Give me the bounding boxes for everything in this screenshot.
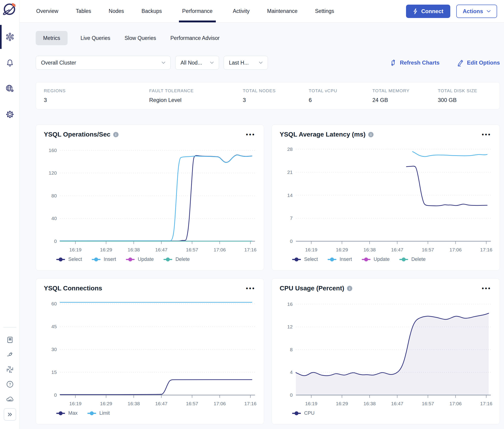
chart-menu-button[interactable]: •••: [246, 132, 257, 137]
info-icon[interactable]: i: [347, 286, 352, 291]
tab-activity[interactable]: Activity: [232, 0, 250, 22]
subtab-slow-queries[interactable]: Slow Queries: [123, 31, 158, 45]
stat-value: Region Level: [149, 97, 243, 103]
legend-item-insert[interactable]: Insert: [92, 257, 116, 262]
sidebar-item-network[interactable]: [0, 76, 20, 101]
double-chevron-right-icon: [7, 411, 13, 418]
subtab-performance-advisor[interactable]: Performance Advisor: [169, 31, 221, 45]
legend-label: Insert: [104, 257, 116, 262]
svg-text:17:16: 17:16: [244, 247, 256, 252]
info-icon[interactable]: i: [113, 132, 118, 137]
legend-label: Max: [68, 410, 78, 416]
svg-text:16:38: 16:38: [363, 247, 376, 252]
cluster-stats-card: REGIONS 3 FAULT TOLERANCE Region Level T…: [36, 82, 500, 109]
legend-item-select[interactable]: Select: [56, 257, 82, 262]
connect-button[interactable]: Connect: [406, 5, 450, 18]
nodes-select[interactable]: All Nod...: [175, 56, 219, 70]
sidebar: ?: [0, 0, 20, 429]
legend-item-update[interactable]: Update: [362, 257, 390, 262]
status-button[interactable]: [4, 393, 16, 404]
svg-text:120: 120: [49, 170, 57, 176]
lightning-icon: [413, 8, 418, 14]
tab-settings[interactable]: Settings: [314, 0, 335, 22]
legend-item-delete[interactable]: Delete: [163, 257, 190, 262]
svg-text:17:06: 17:06: [213, 247, 226, 252]
chevron-down-icon: [162, 62, 165, 64]
time-range-select[interactable]: Last H...: [224, 56, 268, 70]
cluster-select[interactable]: Overall Cluster: [36, 56, 171, 70]
tab-tables[interactable]: Tables: [75, 0, 91, 22]
svg-text:16:38: 16:38: [363, 401, 376, 406]
legend-item-update[interactable]: Update: [126, 257, 154, 262]
chart-menu-button[interactable]: •••: [482, 132, 493, 137]
chart-legend: SelectInsertUpdateDelete: [292, 257, 493, 262]
tab-performance[interactable]: Performance: [179, 0, 216, 22]
cpu-usage-chart[interactable]: 048121616:1916:2916:3816:4716:5717:0617:…: [280, 293, 493, 409]
ysql-latency-chart[interactable]: 0714212816:1916:2916:3816:4716:5717:0617…: [280, 139, 493, 255]
svg-text:28: 28: [287, 146, 293, 152]
sidebar-item-clusters[interactable]: [0, 24, 20, 50]
pencil-icon: [457, 59, 464, 66]
tab-backups[interactable]: Backups: [141, 0, 162, 22]
chevron-down-icon: [259, 62, 263, 64]
sidebar-expand-button[interactable]: [4, 408, 16, 421]
svg-text:40: 40: [51, 216, 57, 221]
legend-marker-icon: [292, 411, 301, 415]
slack-icon: [6, 366, 14, 373]
help-button[interactable]: ?: [4, 379, 16, 390]
svg-text:16:29: 16:29: [100, 401, 112, 406]
sidebar-item-alerts[interactable]: [0, 50, 20, 76]
svg-text:16:47: 16:47: [155, 401, 167, 406]
main-area: Overview Tables Nodes Backups Performanc…: [20, 0, 504, 429]
legend-item-limit[interactable]: Limit: [87, 410, 110, 416]
refresh-icon: [390, 59, 397, 66]
actions-button[interactable]: Actions: [456, 5, 497, 18]
stat-total-memory: TOTAL MEMORY 24 GB: [372, 88, 438, 103]
legend-label: Update: [374, 257, 390, 262]
chart-menu-button[interactable]: •••: [482, 286, 493, 291]
stat-total-disk: TOTAL DISK SIZE 300 GB: [438, 88, 500, 103]
svg-text:7: 7: [290, 215, 293, 221]
charts-grid: YSQL Operations/Sec i ••• 0408012016016:…: [36, 125, 500, 428]
legend-marker-icon: [87, 411, 96, 415]
tab-nodes[interactable]: Nodes: [108, 0, 124, 22]
integrations-button[interactable]: [4, 349, 16, 360]
refresh-charts-button[interactable]: Refresh Charts: [390, 59, 439, 66]
connect-label: Connect: [421, 8, 443, 15]
tab-overview[interactable]: Overview: [36, 0, 59, 22]
stat-value: 6: [309, 97, 372, 103]
cluster-tab-bar: Overview Tables Nodes Backups Performanc…: [20, 0, 504, 23]
legend-item-insert[interactable]: Insert: [328, 257, 352, 262]
tab-maintenance[interactable]: Maintenance: [267, 0, 298, 22]
legend-item-delete[interactable]: Delete: [399, 257, 426, 262]
stat-label: FAULT TOLERANCE: [149, 88, 243, 93]
svg-text:16:29: 16:29: [336, 247, 348, 252]
sidebar-item-settings[interactable]: [0, 101, 20, 127]
stat-value: 3: [243, 97, 309, 103]
ysql-connections-chart[interactable]: 01530456016:1916:2916:3816:4716:5717:061…: [44, 293, 257, 409]
svg-text:12: 12: [287, 324, 293, 329]
legend-item-max[interactable]: Max: [56, 410, 78, 416]
chart-legend: SelectInsertUpdateDelete: [56, 257, 257, 262]
chart-menu-button[interactable]: •••: [246, 286, 257, 291]
svg-text:16:57: 16:57: [422, 247, 434, 252]
chart-title: YSQL Average Latency (ms): [280, 131, 365, 138]
svg-text:17:16: 17:16: [480, 401, 493, 406]
slack-button[interactable]: [4, 364, 16, 375]
subtab-metrics[interactable]: Metrics: [36, 31, 68, 45]
legend-label: Update: [138, 257, 154, 262]
docs-button[interactable]: [4, 334, 16, 346]
ysql-operations-chart[interactable]: 0408012016016:1916:2916:3816:4716:5717:0…: [44, 139, 257, 255]
edit-options-label: Edit Options: [467, 60, 500, 66]
svg-text:60: 60: [51, 301, 57, 306]
edit-options-button[interactable]: Edit Options: [457, 59, 500, 66]
legend-item-select[interactable]: Select: [292, 257, 318, 262]
svg-text:0: 0: [290, 239, 293, 244]
legend-item-cpu[interactable]: CPU: [292, 410, 314, 416]
performance-content: Metrics Live Queries Slow Queries Perfor…: [20, 23, 504, 429]
yugabyte-logo-icon[interactable]: [2, 2, 17, 17]
sidebar-nav: [0, 24, 20, 127]
subtab-live-queries[interactable]: Live Queries: [79, 31, 112, 45]
info-icon[interactable]: i: [368, 132, 373, 137]
chart-legend: CPU: [292, 410, 493, 416]
